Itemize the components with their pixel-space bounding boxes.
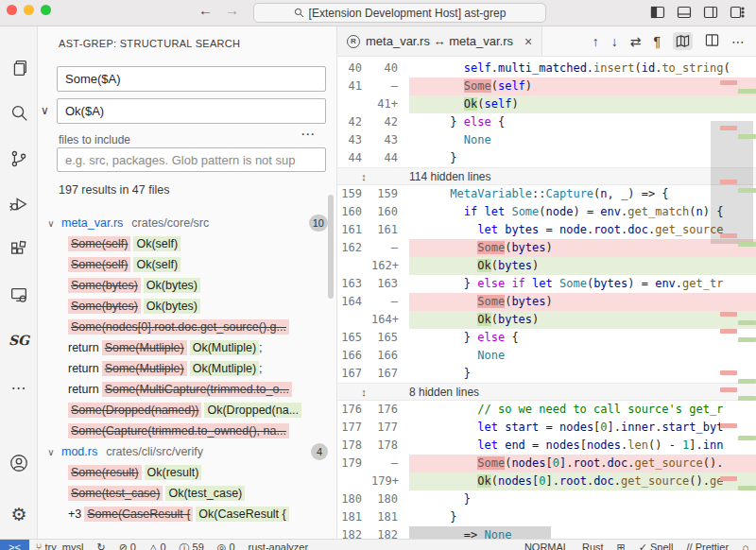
gutter-new-line-number: 165 [371,329,409,347]
code-line[interactable]: 179— Some(nodes[0].root.doc.get_source()… [337,455,756,473]
code-line[interactable]: 159159 MetaVariable::Capture(n, _) => { [337,185,756,203]
result-match-item[interactable]: Some(result)Ok(result) [38,462,337,483]
forward-arrow-icon[interactable]: → [225,2,239,18]
match-suffix: ; [259,362,262,375]
account-icon[interactable] [0,444,38,482]
files-include-input[interactable] [57,147,326,172]
status-item[interactable]: // Prettier [679,540,735,550]
code-line[interactable]: 181181 } [337,508,756,526]
code-line[interactable]: 163163 } else if let Some(bytes) = env.g… [337,275,756,293]
code-line[interactable]: 177177 let start = nodes[0].inner.start_… [337,419,756,437]
remote-indicator[interactable]: >< [0,540,29,550]
hidden-lines-bar[interactable]: ↕8 hidden lines [337,383,756,401]
status-item[interactable]: rust-analyzer [242,540,316,550]
toggle-panel-icon[interactable] [677,5,692,20]
status-item[interactable]: ⊘0 [112,540,143,550]
result-file-header[interactable]: ∨meta_var.rscrates/core/src10 [38,213,337,233]
code-line[interactable]: 167167 } [337,365,756,383]
search-view-icon[interactable] [0,95,38,132]
code-line[interactable]: 160160 if let Some(node) = env.get_match… [337,203,756,221]
explorer-icon[interactable] [0,49,38,87]
match-deleted-text: Some(CaseResult { [84,507,193,522]
status-item[interactable]: △0 [143,540,173,550]
result-file-name: meta_var.rs [61,216,123,230]
next-change-icon[interactable]: ↓ [611,34,618,49]
result-match-item[interactable]: Some(bytes)Ok(bytes) [38,275,337,296]
status-item[interactable]: ⑂try_mysl [29,540,91,550]
extensions-icon[interactable] [0,231,38,268]
status-item[interactable]: ⊞ [610,540,632,550]
status-item[interactable]: ∩ [735,540,756,550]
swap-sides-icon[interactable]: ⇄ [630,34,642,49]
toggle-rewrite-chevron-icon[interactable]: ∨ [41,104,49,117]
code-line-content: => None [409,526,756,539]
code-line[interactable]: 166166 None [337,347,756,365]
result-match-item[interactable]: Some(nodes[0].root.doc.get_source().g... [38,317,337,337]
ast-grep-view-icon[interactable]: SG [0,321,38,359]
status-item[interactable]: NORMAL [518,540,576,550]
gutter-old-line-number: 177 [337,419,371,437]
render-whitespace-icon[interactable]: ¶ [653,34,661,49]
rewrite-input[interactable] [57,98,326,124]
code-line-content: MetaVariable::Capture(n, _) => { [409,185,756,203]
result-match-item[interactable]: Some(Dropped(named))Ok(Dropped(na... [38,400,337,421]
code-line[interactable]: 178178 let end = nodes[nodes.len() - 1].… [337,437,756,455]
toggle-sidebar-icon[interactable] [650,5,665,20]
command-center[interactable]: [Extension Development Host] ast-grep [253,3,546,23]
status-item[interactable]: Rust [576,540,610,550]
status-item[interactable]: ↻ [90,540,112,550]
close-tab-icon[interactable]: × [524,34,532,49]
previous-change-icon[interactable]: ↑ [593,34,599,49]
close-window-button[interactable] [7,5,17,15]
code-line[interactable]: 179+ Ok(nodes[0].root.doc.get_source().g… [337,473,756,490]
result-match-item[interactable]: Some(self)Ok(self) [38,233,337,254]
code-line[interactable]: 180180 } [337,490,756,508]
zoom-window-button[interactable] [41,5,51,15]
code-line[interactable]: 41— Some(self) [337,77,756,95]
customize-layout-icon[interactable] [730,5,745,20]
result-match-item[interactable]: Some(bytes)Ok(bytes) [38,296,337,317]
result-match-item[interactable]: Some(test_case)Ok(test_case) [38,483,337,504]
result-match-item[interactable]: return Some(Mutliple)Ok(Mutliple); [38,337,337,358]
code-line[interactable]: 41+ Ok(self) [337,95,756,113]
result-match-item[interactable]: return Some(Mutliple)Ok(Mutliple); [38,358,337,379]
run-debug-icon[interactable] [0,185,38,223]
toggle-secondary-sidebar-icon[interactable] [703,5,718,20]
code-line[interactable]: 176176 // so we need to call source's ge… [337,401,756,419]
back-arrow-icon[interactable]: ← [198,2,213,18]
code-line[interactable]: 164+ Ok(bytes) [337,311,756,329]
result-file-header[interactable]: ∨mod.rscrates/cli/src/verify4 [38,441,337,462]
status-item[interactable]: ✓Spell [632,540,680,550]
code-line[interactable]: 4040 self.multi_matched.insert(id.to_str… [337,60,756,77]
tab-meta-var-diff[interactable]: R meta_var.rs ↔ meta_var.rs × [337,26,542,56]
result-match-item[interactable]: return Some(MultiCapture(trimmed.to_o... [38,379,337,400]
match-prefix: +3 [68,507,81,521]
minimize-window-button[interactable] [24,5,34,15]
status-item[interactable]: ⓘ59 [173,540,211,550]
split-editor-icon[interactable] [705,33,719,50]
code-line[interactable]: 162— Some(bytes) [337,239,756,257]
remote-explorer-icon[interactable] [0,276,38,314]
source-control-icon[interactable] [0,140,38,178]
code-line[interactable]: 162+ Ok(bytes) [337,257,756,275]
result-count-badge: 4 [311,443,328,460]
editor-more-actions-icon[interactable]: ⋯ [731,34,745,49]
status-item[interactable]: ◎0 [211,540,242,550]
sidebar-scrollbar[interactable] [328,195,334,299]
result-match-item[interactable]: +3 Some(CaseResult {Ok(CaseResult { [38,504,337,524]
more-actions-icon[interactable]: ⋯ [301,126,316,143]
code-line[interactable]: 164— Some(bytes) [337,293,756,311]
code-line[interactable]: 4242 } else { [337,113,756,131]
result-match-item[interactable]: Some(self)Ok(self) [38,254,337,275]
inline-view-toggle-icon[interactable] [673,32,693,50]
code-line[interactable]: 182182 => None [337,526,756,539]
code-line[interactable]: 165165 } else { [337,329,756,347]
result-match-item[interactable]: Some(Capture(trimmed.to_owned(), na... [38,421,337,441]
code-line[interactable]: 4444 } [337,149,756,167]
hidden-lines-bar[interactable]: ↕114 hidden lines [337,167,756,185]
additional-views-icon[interactable]: ⋯ [0,369,38,406]
settings-gear-icon[interactable]: ⚙ [0,495,38,533]
pattern-input[interactable] [57,66,326,92]
code-line[interactable]: 161161 let bytes = node.root.doc.get_sou… [337,221,756,239]
code-line[interactable]: 4343 None [337,131,756,149]
